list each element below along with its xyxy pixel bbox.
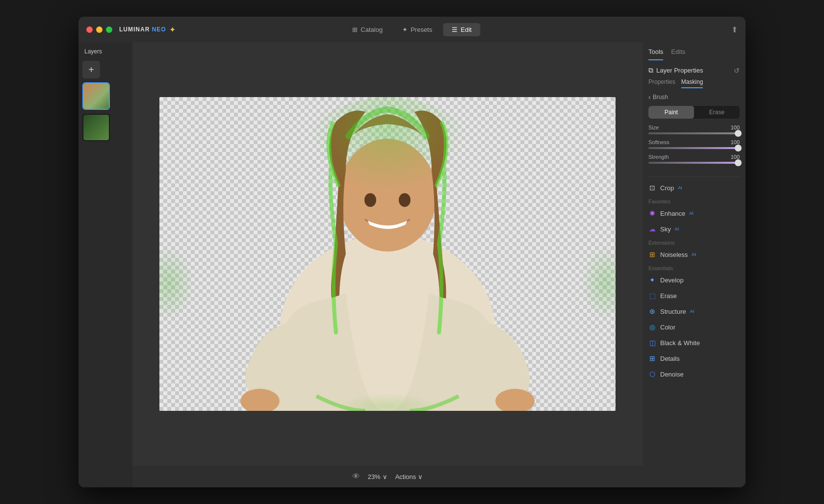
develop-tool[interactable]: ✦ Develop (643, 272, 746, 288)
strength-label: Strength (648, 154, 669, 160)
properties-masking-tabs: Properties Masking (643, 78, 746, 93)
crop-tool[interactable]: ⊡ Crop AI (643, 180, 746, 196)
softness-slider-thumb[interactable] (735, 145, 742, 151)
back-chevron-icon: ‹ (648, 93, 651, 101)
enhance-tool[interactable]: ✺ Enhance AI (643, 205, 746, 221)
softness-slider-row: Softness 100 (648, 139, 740, 149)
layer-properties-header: ⧉ Layer Properties ↺ (643, 60, 746, 78)
enhance-label: Enhance (660, 210, 685, 217)
zoom-control[interactable]: 23% ∨ (368, 473, 387, 480)
titlebar-nav: ⊞ Catalog ✦ Presets ☰ Edit (343, 23, 480, 36)
details-tool[interactable]: ⊞ Details (643, 351, 746, 366)
close-button[interactable] (86, 26, 93, 33)
paint-button[interactable]: Paint (648, 106, 694, 119)
structure-icon: ⊛ (648, 307, 656, 315)
favorites-section-title: Favorites (643, 196, 746, 205)
erase-tool-icon: ⬚ (648, 292, 656, 300)
black-white-tool[interactable]: ◫ Black & White (643, 335, 746, 351)
erase-tool[interactable]: ⬚ Erase (643, 288, 746, 303)
essentials-section-title: Essentials (643, 262, 746, 272)
visibility-icon[interactable]: 👁 (352, 472, 360, 481)
minimize-button[interactable] (96, 26, 103, 33)
tools-tab[interactable]: Tools (648, 48, 663, 60)
black-white-icon: ◫ (648, 339, 656, 347)
extensions-section-title: Extensions (643, 237, 746, 247)
softness-slider[interactable] (648, 147, 740, 149)
share-icon[interactable]: ⬆ (731, 25, 738, 34)
sky-tool[interactable]: ☁ Sky AI (643, 221, 746, 237)
catalog-tab[interactable]: ⊞ Catalog (343, 23, 391, 36)
panel-tabs: Tools Edits (643, 42, 746, 60)
canvas-container[interactable] (132, 42, 643, 466)
edits-tab[interactable]: Edits (671, 48, 685, 60)
erase-button[interactable]: Erase (694, 106, 740, 119)
brush-section: ‹ Brush Paint Erase Size 100 (643, 93, 746, 174)
divider-1 (648, 176, 740, 177)
noiseless-label: Noiseless (660, 251, 688, 258)
details-icon: ⊞ (648, 354, 656, 362)
app-name: LUMINAR NEO (119, 26, 166, 33)
app-logo: LUMINAR NEO ✦ (119, 25, 176, 34)
crop-icon: ⊡ (648, 184, 656, 192)
layer-thumb-1[interactable] (82, 82, 110, 110)
color-icon: ◎ (648, 323, 656, 331)
size-slider-thumb[interactable] (735, 130, 742, 137)
reset-button[interactable]: ↺ (734, 67, 740, 75)
noiseless-ai-badge: AI (692, 252, 696, 257)
brush-back-button[interactable]: ‹ Brush (648, 93, 740, 101)
canvas-frame (159, 97, 616, 411)
layer-thumb-2[interactable] (82, 114, 110, 141)
edit-label: Edit (461, 26, 471, 33)
actions-control[interactable]: Actions ∨ (395, 473, 423, 480)
crop-ai-badge: AI (678, 185, 682, 190)
svg-rect-7 (159, 195, 258, 342)
denoise-tool[interactable]: ⬡ Denoise (643, 366, 746, 382)
size-slider-fill (648, 132, 740, 134)
add-layer-button[interactable]: + (82, 61, 100, 78)
svg-point-6 (289, 97, 486, 254)
zoom-value: 23% (368, 473, 381, 480)
denoise-icon: ⬡ (648, 370, 656, 378)
develop-icon: ✦ (648, 276, 656, 284)
erase-label: Erase (660, 292, 677, 300)
strength-slider-thumb[interactable] (735, 159, 742, 166)
add-icon: + (88, 64, 94, 76)
color-label: Color (660, 324, 675, 331)
actions-chevron-icon: ∨ (418, 473, 423, 480)
masking-subtab[interactable]: Masking (681, 78, 703, 88)
color-tool[interactable]: ◎ Color (643, 319, 746, 335)
subject-svg (159, 97, 616, 411)
maximize-button[interactable] (106, 26, 112, 33)
layers-panel: Layers + (78, 42, 132, 487)
sky-ai-badge: AI (675, 227, 679, 231)
sky-icon: ☁ (648, 225, 656, 233)
enhance-ai-badge: AI (689, 211, 694, 216)
crop-label: Crop (660, 184, 674, 192)
presets-icon: ✦ (402, 26, 408, 33)
presets-tab[interactable]: ✦ Presets (393, 23, 441, 36)
titlebar: LUMINAR NEO ✦ ⊞ Catalog ✦ Presets ☰ Edit… (78, 17, 746, 42)
structure-ai-badge: AI (690, 309, 695, 314)
size-slider[interactable] (648, 132, 740, 134)
enhance-icon: ✺ (648, 209, 656, 217)
properties-subtab[interactable]: Properties (648, 78, 675, 88)
edit-icon: ☰ (452, 26, 458, 33)
details-label: Details (660, 355, 680, 362)
layers-title: Layers (82, 48, 129, 57)
strength-slider[interactable] (648, 162, 740, 164)
paint-erase-toggle: Paint Erase (648, 106, 740, 119)
structure-label: Structure (660, 308, 686, 315)
size-slider-row: Size 100 (648, 125, 740, 134)
canvas-statusbar: 👁 23% ∨ Actions ∨ (132, 466, 643, 487)
puzzle-icon: ✦ (169, 25, 176, 34)
actions-label: Actions (395, 473, 416, 480)
zoom-chevron-icon: ∨ (383, 473, 387, 480)
catalog-icon: ⊞ (352, 26, 358, 33)
structure-tool[interactable]: ⊛ Structure AI (643, 303, 746, 319)
noiseless-tool[interactable]: ⊞ Noiseless AI (643, 247, 746, 262)
catalog-label: Catalog (360, 26, 383, 33)
svg-rect-8 (517, 195, 616, 342)
edit-tab[interactable]: ☰ Edit (443, 23, 480, 36)
softness-label: Softness (648, 139, 670, 145)
noiseless-icon: ⊞ (648, 251, 656, 258)
